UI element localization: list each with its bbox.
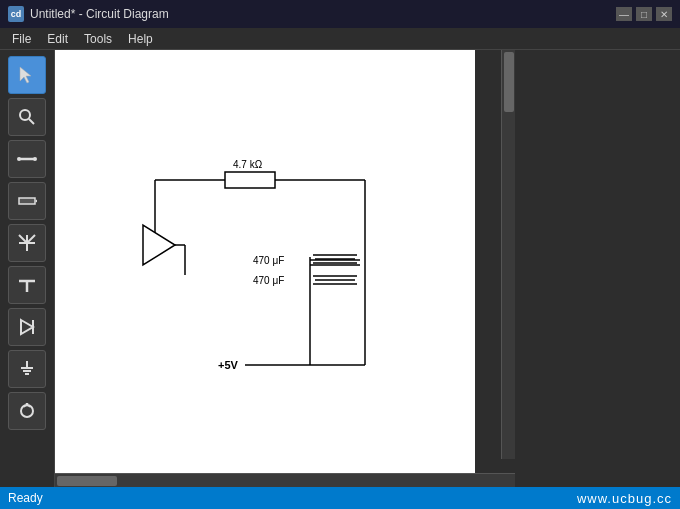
canvas-scroll-area[interactable]: 4.7 kΩ bbox=[55, 50, 515, 473]
ground-tool[interactable] bbox=[8, 350, 46, 388]
menu-file[interactable]: File bbox=[4, 30, 39, 48]
close-button[interactable]: ✕ bbox=[656, 7, 672, 21]
main-area: 4.7 kΩ bbox=[0, 50, 680, 487]
svg-text:470 μF: 470 μF bbox=[253, 255, 284, 266]
svg-marker-0 bbox=[20, 67, 31, 83]
menu-help[interactable]: Help bbox=[120, 30, 161, 48]
menu-bar: File Edit Tools Help bbox=[0, 28, 680, 50]
horizontal-scrollbar[interactable] bbox=[55, 473, 515, 487]
circuit-diagram: 4.7 kΩ bbox=[55, 50, 475, 473]
circuit-canvas[interactable]: 4.7 kΩ bbox=[55, 50, 475, 473]
app-icon: cd bbox=[8, 6, 24, 22]
v-scrollbar-thumb[interactable] bbox=[504, 52, 514, 112]
watermark-text: www.ucbug.cc bbox=[577, 491, 672, 506]
svg-line-10 bbox=[19, 235, 27, 243]
canvas-wrapper: 4.7 kΩ bbox=[55, 50, 515, 487]
wire-tool[interactable] bbox=[8, 140, 46, 178]
power-tool[interactable] bbox=[8, 392, 46, 430]
window-controls: — □ ✕ bbox=[616, 7, 672, 21]
svg-point-4 bbox=[17, 157, 21, 161]
menu-tools[interactable]: Tools bbox=[76, 30, 120, 48]
svg-marker-27 bbox=[143, 225, 175, 265]
select-tool[interactable] bbox=[8, 56, 46, 94]
svg-text:4.7 kΩ: 4.7 kΩ bbox=[233, 159, 263, 170]
toolbox bbox=[0, 50, 55, 487]
zoom-tool[interactable] bbox=[8, 98, 46, 136]
svg-marker-7 bbox=[35, 198, 37, 204]
svg-line-2 bbox=[29, 119, 34, 124]
svg-line-11 bbox=[27, 235, 35, 243]
status-bar: Ready www.ucbug.cc bbox=[0, 487, 680, 509]
component-tool[interactable] bbox=[8, 308, 46, 346]
vertical-scrollbar[interactable] bbox=[501, 50, 515, 459]
bus-tool[interactable] bbox=[8, 182, 46, 220]
status-text: Ready bbox=[8, 491, 43, 505]
svg-marker-14 bbox=[21, 320, 33, 334]
svg-rect-23 bbox=[225, 172, 275, 188]
svg-point-5 bbox=[33, 157, 37, 161]
svg-point-20 bbox=[21, 405, 33, 417]
menu-edit[interactable]: Edit bbox=[39, 30, 76, 48]
window-title: Untitled* - Circuit Diagram bbox=[30, 7, 616, 21]
maximize-button[interactable]: □ bbox=[636, 7, 652, 21]
svg-text:470 μF: 470 μF bbox=[253, 275, 284, 286]
h-scrollbar-thumb[interactable] bbox=[57, 476, 117, 486]
title-bar: cd Untitled* - Circuit Diagram — □ ✕ bbox=[0, 0, 680, 28]
svg-rect-6 bbox=[19, 198, 35, 204]
pin-tool[interactable] bbox=[8, 266, 46, 304]
svg-point-1 bbox=[20, 110, 30, 120]
minimize-button[interactable]: — bbox=[616, 7, 632, 21]
right-panel bbox=[515, 50, 680, 487]
junction-tool[interactable] bbox=[8, 224, 46, 262]
svg-text:+5V: +5V bbox=[218, 359, 239, 371]
